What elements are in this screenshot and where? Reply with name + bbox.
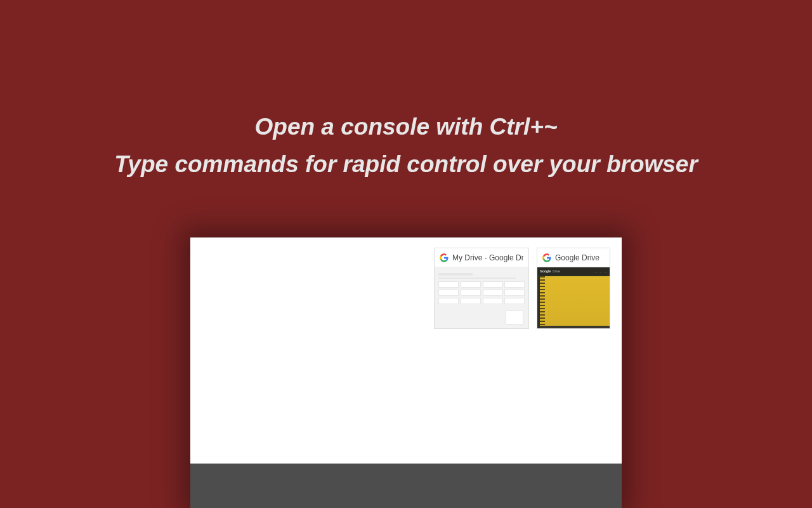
preview-hero-image xyxy=(540,276,610,328)
google-g-icon xyxy=(542,253,551,262)
google-g-icon xyxy=(440,253,449,262)
thumbnail-header: Google Drive xyxy=(537,248,610,267)
browser-content-area: My Drive - Google Driv xyxy=(190,237,622,464)
thumbnail-header: My Drive - Google Driv xyxy=(435,248,528,267)
preview-topbar: Google Drive ——— xyxy=(537,267,610,275)
headline-line-2: Type commands for rapid control over you… xyxy=(0,145,812,183)
thumbnail-preview-drive-ui xyxy=(435,267,528,328)
tab-thumbnails: My Drive - Google Driv xyxy=(434,248,610,329)
headline-text: Open a console with Ctrl+~ Type commands… xyxy=(0,108,812,183)
thumbnail-title: Google Drive xyxy=(555,253,599,262)
preview-product-text: Drive xyxy=(553,269,560,273)
thumbnail-preview-drive-landing: Google Drive ——— xyxy=(537,267,610,328)
browser-window: My Drive - Google Driv xyxy=(190,237,622,508)
tab-thumbnail-google-drive[interactable]: Google Drive Google Drive ——— xyxy=(537,248,610,329)
preview-logo-text: Google xyxy=(540,269,551,273)
thumbnail-title: My Drive - Google Driv xyxy=(452,253,523,262)
preview-nav: ——— xyxy=(594,270,607,273)
headline-line-1: Open a console with Ctrl+~ xyxy=(0,108,812,145)
tab-thumbnail-my-drive[interactable]: My Drive - Google Driv xyxy=(434,248,529,329)
console-bar[interactable]: > go google xyxy=(190,464,622,508)
